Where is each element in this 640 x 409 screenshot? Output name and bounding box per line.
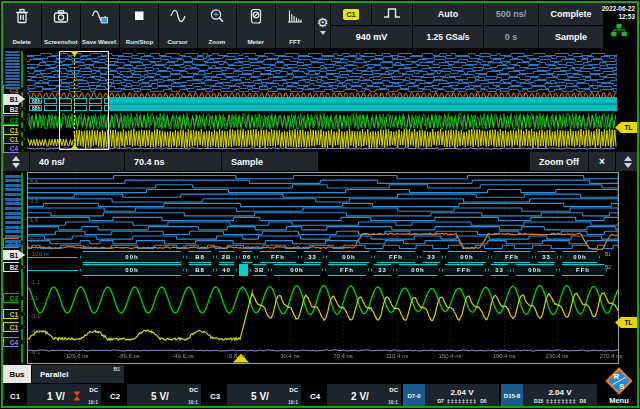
spinner-down-icon <box>12 163 20 168</box>
acquisition-status-cell[interactable]: Complete <box>539 3 603 25</box>
acquisition-mode-cell[interactable]: Sample <box>539 26 603 48</box>
delete-label: Delete <box>13 38 32 45</box>
hourglass-icon <box>73 387 81 405</box>
bus-b1-badge: B1 <box>114 366 120 372</box>
zoom-close-button[interactable]: × <box>589 152 615 171</box>
digital-pod-d15-8-settings[interactable]: 2.04 V D15 ‡‡‡‡‡‡‡‡ D8 <box>523 384 597 408</box>
trigger-source-cell[interactable]: C1 <box>331 3 371 25</box>
zoom-button[interactable]: Zoom <box>198 3 236 48</box>
digital-channel-mark <box>5 60 20 62</box>
digital-channel-mark <box>5 184 21 187</box>
zoom-off-button[interactable]: Zoom Off <box>530 152 588 171</box>
run-stop-button[interactable]: Run/Stop <box>120 3 158 48</box>
svg-text:S: S <box>619 382 624 391</box>
bus-decode-cell: B8 <box>186 264 214 276</box>
zoom-waveform-area: 00hB82B06FFh3300hFFh3300hFFh3300h 00hB84… <box>3 171 639 365</box>
channel-c2-label[interactable]: C2 <box>103 384 127 408</box>
digital-channel-mark <box>5 193 21 196</box>
waveform-overview <box>3 49 639 152</box>
spinner-up-icon <box>12 156 20 161</box>
rohde-schwarz-logo: R S <box>605 367 633 395</box>
time-axis-label: -9.6 ns <box>219 353 253 359</box>
bus-decode-cell: 06 <box>239 251 255 263</box>
zoom-position-cell[interactable]: 70.4 ns <box>125 152 221 171</box>
digital-channel-mark <box>5 221 21 224</box>
menu-label: Menu <box>609 396 629 405</box>
digital-channel-mark <box>5 212 21 215</box>
channel-c4-settings[interactable]: 2 V/ DC 10:1 <box>327 384 401 408</box>
bus-b1-row: 00hB82B06FFh3300hFFh3300hFFh3300h <box>28 251 600 263</box>
top-toolbar: Delete Screenshot Save Wavef. Run/Stop <box>3 3 639 48</box>
digital-channel-mark <box>5 72 20 74</box>
channel-c4-coupling: DC 10:1 <box>388 387 398 405</box>
zoom-scale-cell[interactable]: 40 ns/ <box>30 152 124 171</box>
digital-pod-d7-0-states: D7 ‡‡‡‡‡‡‡‡ D0 <box>437 398 486 404</box>
time-axis-label: 270.4 ns <box>594 353 628 359</box>
digital-pod-d15-8-threshold: 2.04 V <box>548 388 571 398</box>
channel-c4-label[interactable]: C4 <box>303 384 327 408</box>
settings-button[interactable]: ⚙ <box>315 3 330 48</box>
bus-b2-row: 00hB8403B00hFFh3300hFFh3300hFFh <box>28 264 607 276</box>
digital-pod-d15-8-label[interactable]: D15-8 <box>501 384 523 408</box>
digital-channel-mark <box>5 63 20 65</box>
zoom-scale-spinner[interactable] <box>3 152 29 171</box>
zoom-position-spinner[interactable] <box>616 152 639 171</box>
meter-button[interactable]: Meter <box>237 3 275 48</box>
trigger-mode-cell[interactable]: Auto <box>413 3 483 25</box>
parallel-bus-tab[interactable]: Parallel B1 <box>32 365 124 383</box>
bus-tab[interactable]: Bus <box>3 365 31 383</box>
digital-pod-d7-0-label[interactable]: D7-0 <box>403 384 425 408</box>
digital-channel-mark <box>5 235 21 238</box>
channel-c2-settings[interactable]: 5 V/ DC 10:1 <box>127 384 201 408</box>
bus-decode-cell: 33 <box>301 251 324 263</box>
trigger-slope-cell[interactable] <box>372 3 412 25</box>
time-axis-label: 70.4 ns <box>326 353 360 359</box>
oscilloscope-screen: Delete Screenshot Save Wavef. Run/Stop <box>0 0 640 409</box>
stop-icon <box>129 7 149 26</box>
date-label: 2022-06-22 <box>602 5 635 13</box>
bus-b2-right-label: B2 <box>605 264 611 270</box>
channel-c1-label[interactable]: C1 <box>3 384 27 408</box>
bus-decode-cell: FFh <box>491 251 533 263</box>
time-axis-label: 110.4 ns <box>380 353 414 359</box>
time-axis-label: 190.4 ns <box>487 353 521 359</box>
bus-decode-cell: 00h <box>80 251 184 263</box>
meter-label: Meter <box>248 38 264 45</box>
save-waveform-button[interactable]: Save Wavef. <box>81 3 119 48</box>
horizontal-position-cell[interactable]: 0 s <box>484 26 538 48</box>
screenshot-button[interactable]: Screenshot <box>42 3 80 48</box>
vertical-scale-label: 3.5 <box>30 198 38 204</box>
fft-button[interactable]: FFT <box>276 3 314 48</box>
bus-b1-right-label: B1 <box>605 251 611 257</box>
time-axis-label: -49.6 ns <box>166 353 200 359</box>
save-waveform-icon <box>90 7 110 26</box>
meter-icon <box>246 7 266 26</box>
bus-decode-cell: 00h <box>326 251 372 263</box>
menu-button[interactable]: R S Menu <box>602 367 636 405</box>
sample-rate-cell[interactable]: 1.25 GSa/s <box>413 26 483 48</box>
digital-pod-d7-0-threshold: 2.04 V <box>450 388 473 398</box>
digital-pod-d7-0-settings[interactable]: 2.04 V D7 ‡‡‡‡‡‡‡‡ D0 <box>425 384 499 408</box>
vertical-scale-label: -100 m <box>30 251 49 257</box>
channel-c3-settings[interactable]: 5 V/ DC 10:1 <box>227 384 301 408</box>
bus-decode-cell: 00h <box>396 264 440 276</box>
time-label: 12:53 <box>618 13 635 21</box>
overview-waveforms-canvas[interactable] <box>27 51 617 151</box>
channel-c1-settings[interactable]: 1 V/ DC 10:1 <box>27 384 101 408</box>
time-axis-label: 30.4 ns <box>273 353 307 359</box>
bus-decode-cell: 00h <box>271 264 323 276</box>
trigger-source-badge: C1 <box>343 9 359 20</box>
digital-channel-mark <box>5 240 21 243</box>
digital-channel-mark <box>5 84 20 86</box>
trigger-level-cell[interactable]: 940 mV <box>331 26 412 48</box>
cursor-button[interactable]: Cursor <box>159 3 197 48</box>
channel-c3-label[interactable]: C3 <box>203 384 227 408</box>
digital-channel-mark <box>5 69 20 71</box>
delete-button[interactable]: Delete <box>3 3 41 48</box>
fft-label: FFT <box>289 38 300 45</box>
vertical-scale-label: -1.1 <box>30 279 40 285</box>
bus-decode-cell: 3B <box>250 264 269 276</box>
bus-decode-cell: 40 <box>216 264 237 276</box>
zoom-mode-cell[interactable]: Sample <box>222 152 318 171</box>
timebase-cell[interactable]: 500 ns/ <box>484 3 538 25</box>
